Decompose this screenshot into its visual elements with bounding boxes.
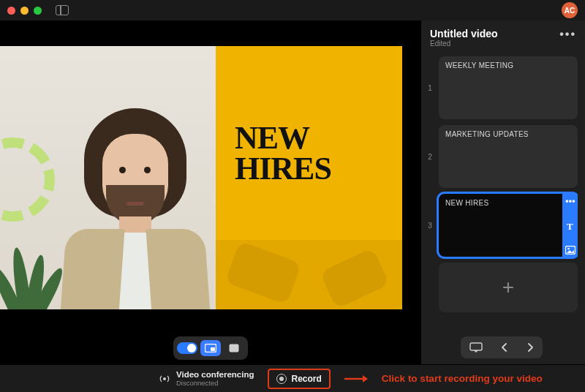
record-label: Record xyxy=(292,374,322,384)
svg-point-5 xyxy=(567,248,570,250)
svg-rect-7 xyxy=(475,350,478,353)
image-tool-icon[interactable] xyxy=(565,246,575,255)
slide-number: 1 xyxy=(426,84,434,92)
toggle-sidebar-icon[interactable] xyxy=(56,5,69,15)
add-slide-button[interactable]: + xyxy=(439,263,578,312)
svg-text:T: T xyxy=(567,221,573,231)
camera-toggle[interactable] xyxy=(177,340,197,356)
add-slide-row: + xyxy=(426,263,578,312)
camera-preview xyxy=(0,46,216,309)
text-tool-icon[interactable]: T xyxy=(565,221,575,231)
slide-nav xyxy=(461,336,543,358)
video-stage: NEW HIRES xyxy=(0,20,420,331)
record-hint-annotation: Click to start recording your video xyxy=(382,373,543,384)
layout-pip-button[interactable] xyxy=(200,340,221,356)
window-controls xyxy=(7,5,69,15)
selected-slide-actions: ••• T xyxy=(562,192,578,259)
slide-thumbnail[interactable]: 1 WEEKLY MEETING xyxy=(426,56,578,119)
svg-rect-6 xyxy=(470,343,482,350)
status-bar: Video conferencing Disconnected Record C… xyxy=(0,364,585,392)
next-slide-button[interactable] xyxy=(526,343,534,352)
record-icon xyxy=(276,374,287,384)
project-menu-button[interactable]: ••• xyxy=(559,28,576,41)
vc-substatus: Disconnected xyxy=(176,379,254,387)
slide-thumbnail[interactable]: 2 MARKETING UPDATES xyxy=(426,125,578,188)
plus-icon: + xyxy=(502,276,514,299)
svg-rect-1 xyxy=(211,347,215,351)
broadcast-icon xyxy=(159,373,170,385)
close-window-button[interactable] xyxy=(7,7,15,15)
vc-title: Video conferencing xyxy=(176,370,254,379)
slide-label: MARKETING UPDATES xyxy=(445,130,529,138)
video-conferencing-status[interactable]: Video conferencing Disconnected xyxy=(159,370,254,387)
project-title: Untitled video xyxy=(430,28,498,39)
prev-slide-button[interactable] xyxy=(501,343,508,352)
project-status: Edited xyxy=(430,39,498,48)
slide-title: NEW HIRES xyxy=(235,123,395,184)
present-icon[interactable] xyxy=(469,342,483,353)
window-titlebar: AC xyxy=(0,0,585,20)
slide-number: 3 xyxy=(426,222,434,230)
presentation-slide: NEW HIRES xyxy=(216,46,402,309)
fullscreen-window-button[interactable] xyxy=(34,7,42,15)
svg-rect-2 xyxy=(229,344,238,352)
user-avatar[interactable]: AC xyxy=(562,2,578,18)
minimize-window-button[interactable] xyxy=(20,7,29,15)
slides-list: 1 WEEKLY MEETING 2 MARKETING UPDATES 3 N… xyxy=(426,56,578,331)
slide-thumbnail-selected[interactable]: 3 NEW HIRES ••• T xyxy=(426,194,578,257)
slides-sidebar: Untitled video Edited ••• 1 WEEKLY MEETI… xyxy=(420,20,585,364)
slide-menu-icon[interactable]: ••• xyxy=(565,196,575,206)
svg-point-8 xyxy=(163,377,166,380)
record-button[interactable]: Record xyxy=(268,369,331,389)
slide-number: 2 xyxy=(426,153,434,161)
slide-label: NEW HIRES xyxy=(445,199,488,207)
slide-label: WEEKLY MEETING xyxy=(445,61,513,69)
annotation-arrow-icon xyxy=(344,374,369,384)
layout-full-button[interactable] xyxy=(224,340,244,356)
stage-layout-controls xyxy=(0,331,420,364)
